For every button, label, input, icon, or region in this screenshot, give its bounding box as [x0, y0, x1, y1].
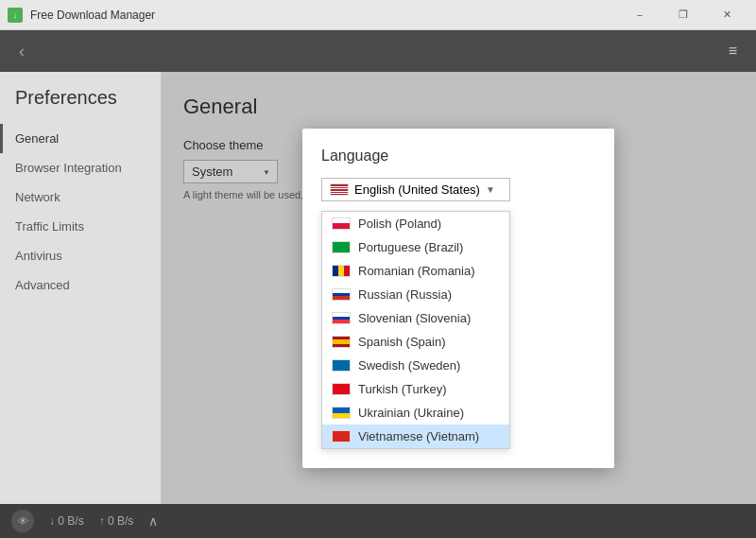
- sidebar-item-network[interactable]: Network: [0, 182, 161, 212]
- language-dropdown[interactable]: English (United States) ▼: [321, 178, 510, 201]
- upload-speed: ↑ 0 B/s: [99, 514, 134, 528]
- language-option-label: Turkish (Turkey): [358, 382, 447, 396]
- list-item[interactable]: Polish (Poland): [322, 212, 509, 235]
- list-item[interactable]: Spanish (Spain): [322, 330, 509, 354]
- language-dialog: Language English (United States) ▼ Polis…: [302, 129, 614, 468]
- flag-icon: [332, 217, 351, 230]
- language-option-label: Spanish (Spain): [358, 335, 446, 349]
- list-item[interactable]: Romanian (Romania): [322, 259, 509, 283]
- language-dropdown-list: Polish (Poland) Portuguese (Brazil) Roma…: [321, 211, 510, 449]
- list-item[interactable]: Vietnamese (Vietnam): [322, 425, 509, 448]
- download-speed: ↓ 0 B/s: [49, 514, 84, 528]
- sidebar-title: Preferences: [0, 87, 161, 124]
- flag-icon: [332, 312, 351, 324]
- language-option-label: Vietnamese (Vietnam): [358, 429, 479, 443]
- language-option-label: Romanian (Romania): [358, 264, 475, 278]
- window-controls: − ❐ ✕: [618, 0, 748, 30]
- current-flag: [330, 183, 349, 196]
- flag-icon: [332, 265, 351, 277]
- status-bar: 👁 ↓ 0 B/s ↑ 0 B/s ∧: [0, 504, 756, 538]
- flag-icon: [332, 407, 351, 419]
- list-item[interactable]: Slovenian (Slovenia): [322, 306, 509, 330]
- list-item[interactable]: Turkish (Turkey): [322, 377, 509, 401]
- sidebar-item-general[interactable]: General: [0, 124, 161, 153]
- language-option-label: Swedish (Sweden): [358, 358, 460, 373]
- sidebar-item-advanced[interactable]: Advanced: [0, 270, 161, 300]
- list-item[interactable]: Portuguese (Brazil): [322, 235, 509, 259]
- language-option-label: Russian (Russia): [358, 287, 452, 302]
- language-select-row: English (United States) ▼: [321, 178, 595, 201]
- sidebar: Preferences General Browser Integration …: [0, 72, 161, 504]
- sidebar-item-traffic-limits[interactable]: Traffic Limits: [0, 212, 161, 241]
- flag-icon: [332, 359, 351, 372]
- title-bar: ↓ Free Download Manager − ❐ ✕: [0, 0, 756, 30]
- list-item[interactable]: Ukrainian (Ukraine): [322, 401, 509, 425]
- dialog-backdrop: Language English (United States) ▼ Polis…: [161, 72, 756, 504]
- list-item[interactable]: Russian (Russia): [322, 283, 509, 306]
- menu-button[interactable]: ≡: [721, 39, 745, 63]
- flag-icon: [332, 383, 351, 395]
- app-icon: ↓: [8, 8, 23, 23]
- list-item[interactable]: Swedish (Sweden): [322, 354, 509, 377]
- dropdown-arrow-icon: ▼: [486, 184, 495, 195]
- expand-icon[interactable]: ∧: [148, 513, 158, 529]
- current-language-label: English (United States): [354, 182, 480, 197]
- flag-icon: [332, 336, 351, 348]
- status-eye-icon: 👁: [11, 510, 34, 532]
- content-area: General Choose theme System Light Dark A…: [161, 72, 756, 504]
- sidebar-item-browser-integration[interactable]: Browser Integration: [0, 153, 161, 182]
- main-layout: Preferences General Browser Integration …: [0, 72, 756, 504]
- flag-icon: [332, 241, 351, 253]
- restore-button[interactable]: ❐: [662, 0, 705, 30]
- toolbar: ‹ ≡: [0, 30, 756, 72]
- language-option-label: Ukrainian (Ukraine): [358, 406, 464, 420]
- sidebar-item-antivirus[interactable]: Antivirus: [0, 241, 161, 270]
- back-button[interactable]: ‹: [11, 38, 32, 65]
- flag-icon: [332, 288, 351, 301]
- language-option-label: Polish (Poland): [358, 217, 441, 231]
- flag-icon: [332, 430, 351, 443]
- app-title: Free Download Manager: [30, 9, 618, 22]
- close-button[interactable]: ✕: [705, 0, 748, 30]
- language-option-label: Slovenian (Slovenia): [358, 311, 471, 325]
- dialog-title: Language: [321, 148, 595, 165]
- minimize-button[interactable]: −: [618, 0, 662, 30]
- language-option-label: Portuguese (Brazil): [358, 240, 463, 254]
